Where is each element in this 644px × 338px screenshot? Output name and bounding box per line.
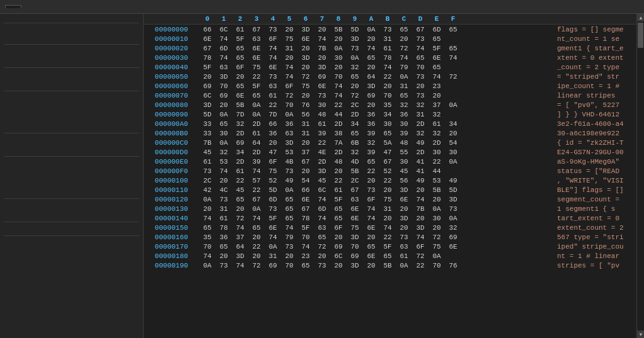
hex-byte[interactable]: 0A (265, 243, 281, 251)
hex-byte[interactable]: 55 (396, 149, 412, 156)
hex-byte[interactable]: 48 (314, 111, 330, 118)
hex-byte[interactable]: 20 (330, 234, 347, 241)
hex-byte[interactable]: 78 (379, 54, 396, 62)
hex-byte[interactable]: 5A (379, 139, 396, 147)
hex-byte[interactable]: 0A (428, 205, 445, 213)
hex-byte[interactable]: 20 (428, 92, 445, 99)
hex-byte[interactable]: 6F (412, 243, 428, 251)
hex-byte[interactable]: 76 (445, 262, 461, 269)
hex-byte[interactable]: 57 (248, 177, 265, 184)
hex-byte[interactable]: 3D (363, 82, 379, 90)
hex-byte[interactable]: 61 (265, 92, 281, 99)
hex-byte[interactable]: 63 (396, 243, 412, 251)
hex-byte[interactable]: 65 (248, 224, 265, 232)
hex-byte[interactable]: 45 (232, 186, 248, 194)
table-row[interactable]: 0000018074203D20312023206C696E6561720Ant… (144, 251, 636, 261)
hex-byte[interactable]: 42 (199, 186, 216, 194)
hex-byte[interactable]: 6B (347, 139, 363, 147)
hex-byte[interactable]: 65 (232, 82, 248, 90)
hex-byte[interactable]: 34 (347, 120, 363, 128)
hex-byte[interactable]: 20 (379, 186, 396, 194)
hex-byte[interactable]: 70 (428, 262, 445, 269)
hex-byte[interactable]: 32 (396, 101, 412, 109)
hex-byte[interactable]: 20 (396, 35, 412, 43)
hex-byte[interactable]: 65 (396, 26, 412, 33)
hex-byte[interactable]: 30 (379, 120, 396, 128)
hex-byte[interactable]: 30 (445, 149, 461, 156)
hex-byte[interactable] (445, 111, 461, 118)
table-row[interactable]: 000001002C20225752495445222C202256495349… (144, 176, 636, 185)
hex-byte[interactable]: 74 (199, 252, 216, 260)
hex-byte[interactable]: 22 (232, 177, 248, 184)
table-row[interactable]: 00000140746172745F657874656E74203D20300A… (144, 213, 636, 223)
hex-byte[interactable]: 31 (216, 205, 232, 213)
hex-byte[interactable]: 72 (412, 252, 428, 260)
hex-byte[interactable]: 0A (216, 111, 232, 118)
hex-byte[interactable]: 0A (330, 45, 347, 52)
hex-byte[interactable]: 6E (232, 92, 248, 99)
hex-byte[interactable]: 20 (281, 252, 297, 260)
hex-byte[interactable]: 52 (265, 177, 281, 184)
hex-byte[interactable]: 36 (363, 111, 379, 118)
hex-byte[interactable]: 0A (248, 101, 265, 109)
hex-byte[interactable]: 6F (265, 158, 281, 166)
hex-byte[interactable]: 5F (248, 82, 265, 90)
hex-byte[interactable]: 36 (363, 120, 379, 128)
hex-byte[interactable]: 22 (248, 186, 265, 194)
hex-byte[interactable]: 36 (216, 234, 232, 241)
hex-byte[interactable]: 79 (396, 64, 412, 71)
hex-byte[interactable]: 36 (265, 130, 281, 137)
hex-byte[interactable]: 61 (314, 120, 330, 128)
hex-byte[interactable]: 74 (412, 234, 428, 241)
hex-byte[interactable]: 0A (445, 215, 461, 222)
table-row[interactable]: 00000150657874656E745F636F756E74203D2032… (144, 223, 636, 232)
hex-byte[interactable]: 6F (330, 224, 347, 232)
hex-byte[interactable]: 37 (232, 234, 248, 241)
hex-byte[interactable]: 2D (330, 120, 347, 128)
hex-byte[interactable]: 74 (265, 45, 281, 52)
hex-byte[interactable]: 5D (199, 111, 216, 118)
hex-byte[interactable] (445, 82, 461, 90)
scroll-up-arrow[interactable]: ▲ (637, 14, 644, 21)
hex-byte[interactable]: 61 (330, 186, 347, 194)
hex-byte[interactable]: 2D (232, 130, 248, 137)
hex-byte[interactable]: 72 (445, 73, 461, 81)
hex-byte[interactable]: 67 (297, 205, 314, 213)
hex-byte[interactable]: 5B (428, 186, 445, 194)
hex-byte[interactable]: 2D (412, 120, 428, 128)
hex-byte[interactable]: 31 (412, 111, 428, 118)
hex-byte[interactable]: 39 (396, 130, 412, 137)
hex-byte[interactable]: 20 (330, 167, 347, 175)
hex-byte[interactable]: 5F (330, 196, 347, 203)
hex-byte[interactable]: 2D (330, 149, 347, 156)
hex-byte[interactable]: 32 (412, 130, 428, 137)
hex-byte[interactable]: 65 (232, 45, 248, 52)
hex-byte[interactable]: 22 (330, 101, 347, 109)
hex-byte[interactable]: 0A (281, 111, 297, 118)
hex-byte[interactable]: 6F (363, 196, 379, 203)
hex-byte[interactable]: 0A (428, 252, 445, 260)
hex-byte[interactable]: 63 (216, 64, 232, 71)
scroll-thumb[interactable] (638, 23, 643, 48)
hex-byte[interactable]: 6C (216, 26, 232, 33)
hex-byte[interactable]: 32 (216, 149, 232, 156)
hex-byte[interactable]: 75 (297, 82, 314, 90)
hex-byte[interactable]: 47 (379, 149, 396, 156)
hex-byte[interactable]: 32 (445, 224, 461, 232)
hex-byte[interactable]: 7B (199, 139, 216, 147)
hex-byte[interactable]: 61 (232, 167, 248, 175)
table-row[interactable]: 000000405F636F756E74203D20322074797065_c… (144, 62, 636, 72)
hex-byte[interactable]: 30 (396, 158, 412, 166)
hex-byte[interactable]: 63 (314, 224, 330, 232)
hex-byte[interactable]: 20 (232, 73, 248, 81)
hex-byte[interactable]: 0A (281, 186, 297, 194)
hex-byte[interactable]: 65 (363, 54, 379, 62)
hex-byte[interactable]: 69 (445, 234, 461, 241)
hex-byte[interactable]: 20 (281, 26, 297, 33)
hex-byte[interactable]: 32 (347, 64, 363, 71)
hex-byte[interactable]: 20 (216, 177, 232, 184)
hex-byte[interactable]: 65 (428, 35, 445, 43)
hex-byte[interactable]: 31 (379, 205, 396, 213)
hex-byte[interactable]: 23 (428, 82, 445, 90)
hex-byte[interactable]: 22 (412, 262, 428, 269)
